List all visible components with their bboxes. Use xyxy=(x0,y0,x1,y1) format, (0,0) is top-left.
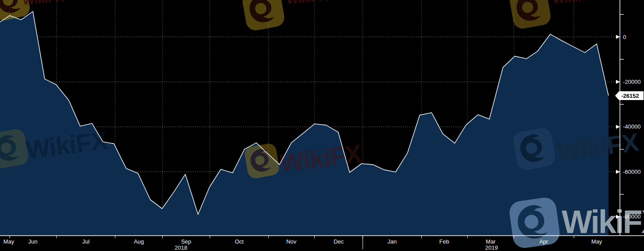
x-axis-month-label: Jul xyxy=(82,238,90,245)
cot-net-positions-chart[interactable]: WikiFXWikiFXWikiFXWikiFXWikiFXWikiFXWiki… xyxy=(0,0,644,251)
x-axis-month-label: Aug xyxy=(134,238,144,245)
wikifx-text: WikiFX xyxy=(562,204,644,240)
y-axis-tick-label: -40000 xyxy=(623,123,640,130)
x-axis-month-label: Apr xyxy=(539,238,548,245)
x-axis-month-label: Jan xyxy=(388,238,397,245)
wikifx-logo-tile xyxy=(512,126,556,171)
x-axis-month-label: Mar xyxy=(486,238,496,245)
y-axis-tick-label: -60000 xyxy=(623,169,640,175)
x-axis-month-label: May xyxy=(4,238,14,245)
y-axis-tick-label: -80000 xyxy=(623,213,640,220)
y-axis-tick-label: 0 xyxy=(623,34,626,40)
y-axis-tick-label: -20000 xyxy=(623,79,640,85)
last-value-text: -26152 xyxy=(621,93,639,99)
x-axis-month-label: Nov xyxy=(286,238,297,245)
x-axis-month-label: Oct xyxy=(235,238,244,245)
x-axis-month-label: Sep xyxy=(181,238,191,245)
wikifx-logo xyxy=(508,196,561,249)
chart-window: WikiFXWikiFXWikiFXWikiFXWikiFXWikiFXWiki… xyxy=(0,0,644,251)
wikifx-logo-tile xyxy=(508,196,561,249)
wikifx-logo xyxy=(512,126,556,171)
x-axis-year-label: 2019 xyxy=(485,244,498,251)
last-value-badge: -26152 xyxy=(615,91,644,100)
x-axis-month-label: Jun xyxy=(28,238,38,245)
x-axis-month-label: Dec xyxy=(333,238,344,245)
x-axis-month-label: May xyxy=(591,238,602,245)
x-axis-month-label: Feb xyxy=(439,238,449,245)
x-axis-year-label: 2018 xyxy=(175,244,188,251)
